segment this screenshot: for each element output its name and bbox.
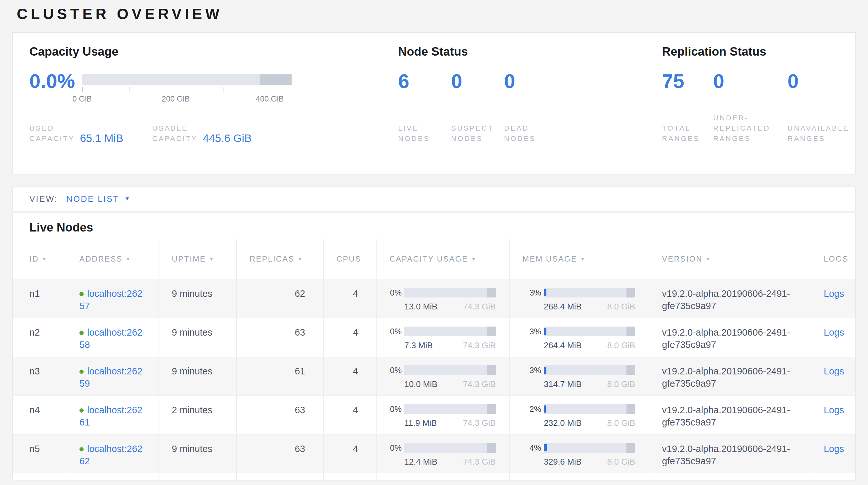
status-metric-label: DEADNODES — [504, 123, 557, 144]
live-nodes-table: ID ▼ ADDRESS ▼ UPTIME ▼ REPLICAS ▼ CPUS … — [12, 239, 856, 480]
cell-version: v19.2.0-alpha.20190606-2491-gfe735c9a97 — [649, 318, 809, 356]
view-dropdown[interactable]: NODE LIST ▼ — [66, 194, 130, 204]
chevron-down-icon: ▼ — [124, 196, 130, 202]
cell-capacity-usage: 0% 7.3 MiB74.3 GiB — [376, 318, 509, 356]
mem-usage-fill — [544, 367, 547, 374]
status-metric: 0 DEADNODES — [504, 71, 557, 144]
cell-version: v19.2.0-alpha.20190606-2491-gfe735c9a97 — [649, 396, 809, 434]
axis-tick — [176, 87, 176, 92]
column-header[interactable]: VERSION ▼ — [649, 239, 809, 279]
replication-status-title: Replication Status — [662, 45, 849, 59]
logs-link[interactable]: Logs — [824, 288, 844, 299]
mem-usage-bar — [544, 365, 635, 375]
mem-usage-bar — [544, 404, 635, 414]
node-live-dot-icon — [80, 370, 84, 374]
node-status-section: Node Status 6 LIVENODES 0 SUSPECTNODES 0… — [398, 45, 624, 144]
cell-logs: Logs — [809, 357, 856, 395]
table-row: n3 localhost:26259 9 minutes 61 4 0% 10.… — [12, 357, 856, 396]
column-header[interactable]: MEM USAGE ▼ — [509, 239, 649, 279]
capacity-stat: USABLECAPACITY 445.6 GiB — [152, 123, 252, 144]
status-metric: 0 UNAVAILABLERANGES — [787, 71, 849, 144]
node-address-link[interactable]: localhost:26258 — [80, 327, 143, 350]
capacity-usage-bar — [404, 365, 496, 375]
mem-usage-bar — [544, 288, 635, 297]
cell-replicas: 63 — [237, 318, 323, 356]
column-header-label: LOGS — [824, 254, 848, 263]
column-header[interactable]: LOGS — [809, 239, 856, 279]
mem-usage-reserved — [626, 326, 635, 336]
capacity-bar-reserved-segment — [259, 74, 291, 85]
cell-uptime: 2 minutes — [159, 396, 237, 434]
cell-mem-usage: 3% 268.4 MiB8.0 GiB — [509, 279, 649, 318]
cell-version: v19.2.0-alpha.20190606-2491-gfe735c9a97 — [649, 434, 809, 473]
column-header[interactable]: ID ▼ — [12, 239, 65, 279]
sort-caret-icon: ▼ — [298, 256, 303, 262]
logs-link[interactable]: Logs — [824, 444, 844, 454]
node-address-link[interactable]: localhost:26259 — [80, 366, 143, 389]
node-live-dot-icon — [80, 292, 84, 296]
status-metric-value: 0 — [713, 71, 787, 91]
status-metric: 75 TOTALRANGES — [662, 71, 713, 144]
node-status-metrics: 6 LIVENODES 0 SUSPECTNODES 0 DEADNODES — [398, 71, 624, 144]
mem-usage-reserved — [626, 404, 635, 414]
capacity-stat-label: USABLECAPACITY — [152, 123, 197, 144]
cell-uptime: 9 minutes — [159, 318, 237, 356]
column-header[interactable]: CAPACITY USAGE ▼ — [376, 239, 509, 279]
node-live-dot-icon — [80, 331, 84, 335]
cell-uptime: 9 minutes — [159, 434, 237, 473]
cell-capacity-usage: 0% 12.4 MiB74.3 GiB — [376, 434, 509, 473]
capacity-usage-section: Capacity Usage 0.0% 0 GiB200 GiB400 GiB … — [29, 45, 372, 144]
status-metric: 6 LIVENODES — [398, 71, 451, 144]
column-header-label: ADDRESS — [80, 254, 123, 263]
logs-link[interactable]: Logs — [824, 405, 844, 415]
capacity-stats: USEDCAPACITY 65.1 MiB USABLECAPACITY 445… — [29, 123, 372, 144]
table-row: n2 localhost:26258 9 minutes 63 4 0% 7.3… — [12, 318, 856, 357]
cell-uptime: 9 minutes — [159, 357, 237, 395]
live-nodes-title: Live Nodes — [29, 221, 856, 234]
column-header[interactable]: UPTIME ▼ — [159, 239, 237, 279]
cell-address: localhost:26259 — [65, 357, 159, 395]
sort-caret-icon: ▼ — [706, 256, 711, 262]
column-header-label: REPLICAS — [250, 254, 294, 263]
cell-capacity-usage: 0% 10.0 MiB74.3 GiB — [376, 357, 509, 395]
cell-cpus: 4 — [323, 279, 376, 318]
column-header[interactable]: ADDRESS ▼ — [65, 239, 159, 279]
node-address-link[interactable]: localhost:26257 — [80, 288, 143, 311]
status-metric-label: SUSPECTNODES — [451, 123, 504, 144]
table-row-partial — [12, 473, 856, 480]
cell-address: localhost:26257 — [65, 279, 159, 318]
column-header[interactable]: CPUS — [323, 239, 376, 279]
live-nodes-card: Live Nodes ID ▼ ADDRESS ▼ UPTIME ▼ REPLI… — [12, 213, 856, 480]
cell-node-id: n2 — [12, 318, 65, 356]
cell-version: v19.2.0-alpha.20190606-2491-gfe735c9a97 — [649, 279, 809, 318]
cell-version: v19.2.0-alpha.20190606-2491-gfe735c9a97 — [649, 357, 809, 395]
cluster-summary-card: Capacity Usage 0.0% 0 GiB200 GiB400 GiB … — [12, 32, 856, 174]
sort-caret-icon: ▼ — [471, 256, 476, 262]
mem-usage-fill — [544, 405, 546, 412]
cell-node-id: n4 — [12, 396, 65, 434]
axis-tick-label: 0 GiB — [72, 94, 92, 104]
logs-link[interactable]: Logs — [824, 366, 844, 376]
column-header[interactable]: REPLICAS ▼ — [237, 239, 323, 279]
cell-cpus: 4 — [323, 396, 376, 434]
mem-usage-reserved — [626, 443, 635, 453]
page-title: CLUSTER OVERVIEW — [17, 5, 868, 23]
cell-logs: Logs — [809, 434, 856, 473]
cell-cpus: 4 — [323, 357, 376, 395]
axis-tick-label: 200 GiB — [162, 94, 190, 104]
capacity-usage-title: Capacity Usage — [29, 45, 372, 59]
mem-usage-bar — [544, 326, 635, 336]
node-address-link[interactable]: localhost:26261 — [80, 405, 143, 427]
table-body: n1 localhost:26257 9 minutes 62 4 0% 13.… — [12, 279, 856, 480]
axis-tick — [270, 87, 270, 92]
status-metric-label: UNDER-REPLICATEDRANGES — [713, 113, 787, 144]
column-header-label: MEM USAGE — [523, 254, 577, 263]
view-label: VIEW: — [29, 194, 58, 204]
status-metric-value: 0 — [451, 71, 504, 91]
node-address-link[interactable]: localhost:26262 — [80, 444, 143, 466]
column-header-label: CAPACITY USAGE — [390, 254, 468, 263]
cell-mem-usage: 4% 329.6 MiB8.0 GiB — [509, 434, 649, 473]
logs-link[interactable]: Logs — [824, 327, 844, 338]
column-header-label: CPUS — [337, 254, 361, 263]
status-metric: 0 UNDER-REPLICATEDRANGES — [713, 71, 787, 144]
